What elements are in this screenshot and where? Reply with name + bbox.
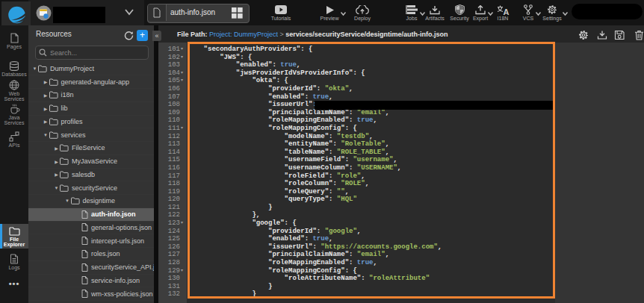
svg-text:A: A xyxy=(503,7,509,15)
